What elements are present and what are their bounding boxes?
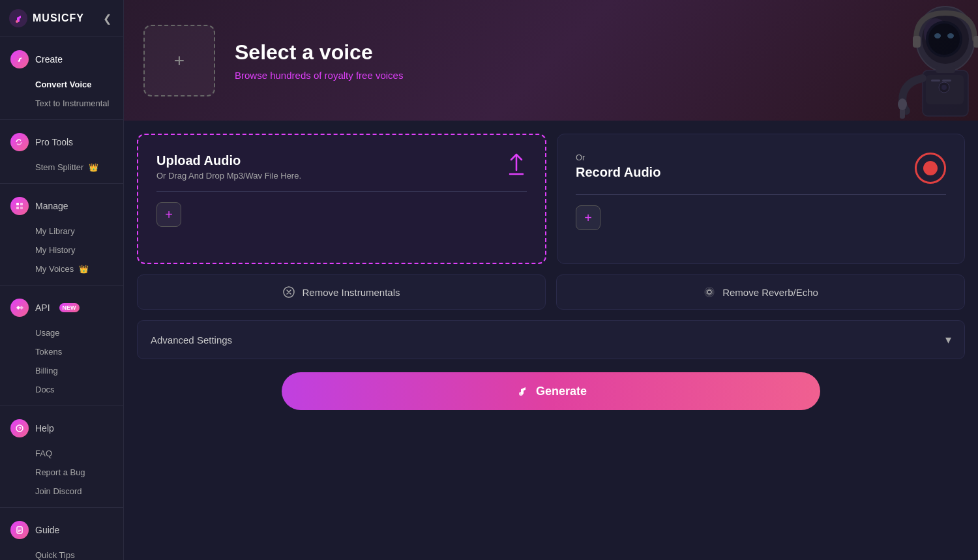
sidebar-guide-label: Guide [35, 525, 59, 535]
sidebar-item-help[interactable]: ? Help [0, 413, 123, 444]
sidebar-item-pro-tools[interactable]: Pro Tools [0, 126, 123, 158]
guide-icon [10, 521, 29, 539]
svg-point-33 [707, 290, 711, 294]
crown-badge: 👑 [89, 163, 98, 172]
svg-rect-6 [20, 207, 23, 209]
sidebar-item-my-voices[interactable]: My Voices 👑 [0, 259, 123, 278]
record-divider [576, 194, 946, 195]
sidebar-pro-tools-label: Pro Tools [35, 137, 73, 147]
remove-instrumentals-button[interactable]: Remove Instrumentals [137, 274, 546, 310]
svg-point-21 [947, 33, 954, 38]
upload-subtitle: Or Drag And Drop Mp3/Wav File Here. [156, 171, 301, 181]
collapse-button[interactable]: ❮ [100, 10, 114, 27]
hero-title: Select a voice [235, 40, 403, 65]
generate-button[interactable]: Generate [282, 372, 820, 410]
sidebar-item-my-library[interactable]: My Library [0, 222, 123, 241]
robot-image [861, 0, 978, 121]
sidebar-section-api: API NEW Usage Tokens Billing Docs [0, 286, 123, 406]
sidebar-item-quick-tips[interactable]: Quick Tips [0, 546, 123, 560]
sidebar-item-text-to-instrumental[interactable]: Text to Instrumental [0, 94, 123, 113]
upload-audio-box[interactable]: Upload Audio Or Drag And Drop Mp3/Wav Fi… [137, 134, 546, 264]
svg-point-30 [941, 85, 947, 90]
sidebar-item-faq[interactable]: FAQ [0, 444, 123, 463]
sidebar-item-api[interactable]: API NEW [0, 292, 123, 323]
sidebar-item-usage[interactable]: Usage [0, 323, 123, 342]
sidebar-item-stem-splitter[interactable]: Stem Splitter 👑 [0, 158, 123, 177]
api-new-badge: NEW [59, 303, 80, 312]
upload-divider [156, 191, 527, 192]
svg-point-19 [928, 23, 960, 55]
record-or-label: Or [576, 153, 660, 162]
api-icon [10, 299, 29, 317]
add-voice-icon: + [174, 50, 185, 71]
manage-icon [10, 197, 29, 215]
hero-banner: + Select a voice Browse hundreds of roya… [124, 0, 978, 121]
hero-subtitle: Browse hundreds of royalty free voices [235, 70, 403, 81]
upload-title: Upload Audio [156, 153, 301, 168]
record-text-area: Or Record Audio [576, 153, 660, 180]
sidebar-manage-label: Manage [35, 201, 68, 211]
svg-point-20 [934, 33, 941, 38]
record-button[interactable] [915, 153, 946, 184]
sidebar-item-join-discord[interactable]: Join Discord [0, 482, 123, 501]
svg-rect-17 [973, 36, 978, 48]
sidebar-item-create[interactable]: Create [0, 44, 123, 75]
svg-rect-24 [936, 66, 955, 73]
add-voice-button[interactable]: + [143, 25, 215, 96]
sidebar-item-report-bug[interactable]: Report a Bug [0, 463, 123, 482]
sidebar-item-convert-voice[interactable]: Convert Voice [0, 75, 123, 94]
sidebar-item-guide[interactable]: Guide [0, 514, 123, 546]
sidebar-header: MUSICFY ❮ [0, 0, 123, 37]
pro-tools-icon [10, 133, 29, 151]
sidebar-item-docs[interactable]: Docs [0, 380, 123, 399]
sidebar-item-tokens[interactable]: Tokens [0, 342, 123, 361]
sidebar-item-billing[interactable]: Billing [0, 361, 123, 380]
remove-instrumentals-icon [282, 286, 295, 299]
help-icon: ? [10, 419, 29, 437]
sidebar-section-guide: Guide Quick Tips Watch Tutorials [0, 508, 123, 560]
sidebar-item-manage[interactable]: Manage [0, 190, 123, 222]
record-title: Record Audio [576, 165, 660, 180]
svg-text:?: ? [18, 426, 22, 432]
sidebar-create-label: Create [35, 54, 63, 65]
generate-wrap: Generate [137, 372, 965, 410]
sidebar-api-label: API [35, 302, 50, 313]
generate-label: Generate [536, 385, 587, 398]
sidebar-section-create: Create Convert Voice Text to Instrumenta… [0, 37, 123, 120]
content-area: Upload Audio Or Drag And Drop Mp3/Wav Fi… [124, 121, 978, 423]
sidebar-item-my-history[interactable]: My History [0, 241, 123, 259]
svg-point-1 [16, 20, 18, 23]
svg-rect-3 [16, 203, 19, 205]
action-buttons-row: Remove Instrumentals Remove Reverb/Echo [137, 274, 965, 310]
logo-icon [9, 9, 27, 27]
upload-add-button[interactable]: + [156, 202, 181, 227]
advanced-settings-chevron: ▾ [945, 332, 951, 347]
remove-reverb-button[interactable]: Remove Reverb/Echo [556, 274, 965, 310]
my-voices-crown: 👑 [79, 265, 89, 274]
generate-music-icon [515, 384, 529, 398]
upload-arrow-icon [506, 153, 527, 177]
logo: MUSICFY [9, 9, 84, 27]
svg-rect-27 [931, 80, 940, 81]
svg-rect-16 [913, 36, 921, 48]
hero-robot-decoration [848, 0, 978, 121]
app-name: MUSICFY [33, 12, 84, 24]
svg-rect-28 [942, 80, 951, 81]
advanced-settings-panel[interactable]: Advanced Settings ▾ [137, 320, 965, 359]
remove-reverb-icon [703, 286, 716, 299]
svg-point-34 [519, 392, 523, 396]
svg-point-2 [18, 60, 20, 62]
record-add-button[interactable]: + [576, 205, 600, 230]
record-audio-box: Or Record Audio + [557, 134, 965, 264]
create-icon [10, 50, 29, 68]
svg-point-26 [898, 98, 907, 110]
record-box-header: Or Record Audio [576, 153, 946, 184]
sidebar-help-label: Help [35, 423, 54, 434]
svg-rect-5 [16, 207, 19, 209]
sidebar-section-manage: Manage My Library My History My Voices 👑 [0, 184, 123, 286]
hero-text-area: Select a voice Browse hundreds of royalt… [235, 40, 403, 81]
sidebar-section-help: ? Help FAQ Report a Bug Join Discord [0, 406, 123, 508]
main-content: + Select a voice Browse hundreds of roya… [124, 0, 978, 560]
advanced-settings-label: Advanced Settings [151, 334, 232, 346]
sidebar: MUSICFY ❮ Create Convert Voice Text to I… [0, 0, 124, 560]
